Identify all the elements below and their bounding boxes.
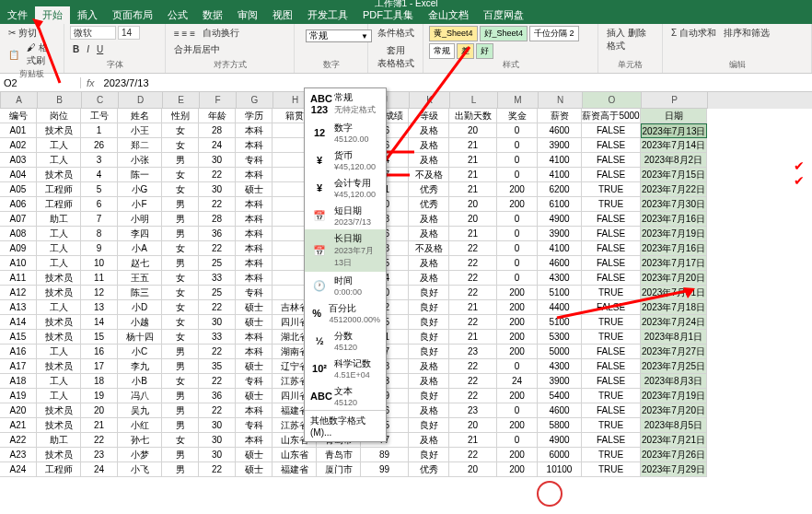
data-cell[interactable]: 李九: [118, 359, 162, 374]
data-cell[interactable]: 及格: [409, 212, 449, 227]
format-option-短日期[interactable]: 📅短日期2023/7/13: [305, 202, 386, 229]
data-cell[interactable]: 陈三: [118, 286, 162, 300]
number-format-dropdown[interactable]: 常规 ▼: [306, 29, 372, 42]
data-cell[interactable]: A15: [0, 330, 37, 345]
data-cell[interactable]: 200: [497, 462, 538, 477]
data-cell[interactable]: 22: [449, 359, 497, 374]
data-cell[interactable]: 4100: [538, 153, 582, 168]
data-cell[interactable]: 21: [449, 330, 497, 345]
data-cell[interactable]: 22: [449, 286, 497, 300]
data-cell[interactable]: 本科: [236, 168, 273, 182]
data-cell[interactable]: 3900: [538, 374, 582, 389]
data-cell[interactable]: 0: [497, 433, 538, 448]
data-cell[interactable]: 男: [162, 389, 199, 403]
data-cell[interactable]: 工人: [37, 389, 81, 403]
data-cell[interactable]: 男: [162, 448, 199, 462]
data-cell[interactable]: 22: [449, 256, 497, 271]
format-option-数字[interactable]: 12数字45120.00: [305, 119, 386, 146]
data-cell[interactable]: A11: [0, 271, 37, 286]
data-cell[interactable]: TRUE: [582, 330, 641, 345]
data-cell[interactable]: 不及格: [409, 241, 449, 256]
data-cell[interactable]: 0: [497, 153, 538, 168]
data-cell[interactable]: 30: [199, 182, 236, 197]
data-cell[interactable]: 专科: [236, 374, 273, 389]
col-header[interactable]: B: [38, 92, 82, 109]
data-cell[interactable]: 10: [81, 256, 118, 271]
data-cell[interactable]: 6000: [538, 448, 582, 462]
format-option-常规[interactable]: ABC 123常规无特定格式: [305, 88, 386, 119]
data-cell[interactable]: 女: [162, 315, 199, 330]
data-cell[interactable]: 0: [497, 359, 538, 374]
data-cell[interactable]: 2023年7月13日: [641, 123, 707, 138]
data-cell[interactable]: 33: [199, 330, 236, 345]
tab-dev[interactable]: 开发工具: [300, 6, 355, 24]
data-cell[interactable]: 工人: [37, 256, 81, 271]
data-cell[interactable]: 0: [497, 227, 538, 241]
data-cell[interactable]: 女: [162, 374, 199, 389]
data-cell[interactable]: 小A: [118, 241, 162, 256]
header-cell[interactable]: 性别: [162, 109, 199, 123]
data-cell[interactable]: 22: [199, 300, 236, 315]
data-cell[interactable]: 0: [497, 241, 538, 256]
data-cell[interactable]: 女: [162, 300, 199, 315]
data-cell[interactable]: 硕士: [236, 300, 273, 315]
col-header[interactable]: E: [163, 92, 200, 109]
autosum-button[interactable]: Σ 自动求和: [668, 26, 719, 41]
data-cell[interactable]: 25: [199, 286, 236, 300]
data-cell[interactable]: 0: [497, 138, 538, 153]
data-cell[interactable]: 22: [199, 345, 236, 359]
tab-data[interactable]: 数据: [195, 6, 230, 24]
data-cell[interactable]: 本科: [236, 330, 273, 345]
data-cell[interactable]: 5800: [538, 418, 582, 433]
data-cell[interactable]: 男: [162, 359, 199, 374]
tab-file[interactable]: 文件: [0, 6, 35, 24]
sort-button[interactable]: 排序和筛选: [721, 26, 772, 41]
data-cell[interactable]: FALSE: [582, 433, 641, 448]
data-cell[interactable]: 小明: [118, 212, 162, 227]
data-cell[interactable]: 技术员: [37, 168, 81, 182]
data-cell[interactable]: 20: [449, 197, 497, 212]
data-cell[interactable]: 男: [162, 212, 199, 227]
data-cell[interactable]: 女: [162, 182, 199, 197]
cond-format-button[interactable]: 条件格式: [374, 26, 417, 41]
data-cell[interactable]: 5400: [538, 389, 582, 403]
data-cell[interactable]: A07: [0, 212, 37, 227]
data-cell[interactable]: 本科: [236, 123, 273, 138]
data-cell[interactable]: 2023年7月21日: [641, 433, 707, 448]
data-cell[interactable]: FALSE: [582, 345, 641, 359]
data-cell[interactable]: 1: [81, 123, 118, 138]
data-cell[interactable]: 15: [81, 330, 118, 345]
data-cell[interactable]: 16: [81, 345, 118, 359]
data-cell[interactable]: 4600: [538, 403, 582, 418]
data-cell[interactable]: 20: [81, 403, 118, 418]
data-cell[interactable]: A14: [0, 315, 37, 330]
col-header[interactable]: C: [82, 92, 119, 109]
data-cell[interactable]: 良好: [409, 418, 449, 433]
data-cell[interactable]: 23: [449, 403, 497, 418]
data-cell[interactable]: 89: [361, 448, 409, 462]
data-cell[interactable]: 厦门市: [317, 462, 361, 477]
data-cell[interactable]: 及格: [409, 433, 449, 448]
data-cell[interactable]: 22: [199, 168, 236, 182]
data-cell[interactable]: 硕士: [236, 315, 273, 330]
data-cell[interactable]: 30: [199, 418, 236, 433]
data-cell[interactable]: FALSE: [582, 241, 641, 256]
data-cell[interactable]: 小D: [118, 300, 162, 315]
data-cell[interactable]: 4300: [538, 271, 582, 286]
tab-review[interactable]: 审阅: [230, 6, 265, 24]
data-cell[interactable]: 24: [497, 374, 538, 389]
data-cell[interactable]: 冯八: [118, 389, 162, 403]
data-cell[interactable]: 35: [199, 359, 236, 374]
data-cell[interactable]: 0: [497, 271, 538, 286]
data-cell[interactable]: 技术员: [37, 418, 81, 433]
data-cell[interactable]: 2023年7月25日: [641, 359, 707, 374]
underline-button[interactable]: U: [94, 43, 106, 55]
data-cell[interactable]: 4900: [538, 212, 582, 227]
format-option-长日期[interactable]: 📅长日期2023年7月13日: [305, 229, 386, 272]
data-cell[interactable]: 2023年8月2日: [641, 153, 707, 168]
data-cell[interactable]: 10100: [538, 462, 582, 477]
data-cell[interactable]: 助工: [37, 433, 81, 448]
data-cell[interactable]: 助工: [37, 212, 81, 227]
data-cell[interactable]: 26: [81, 138, 118, 153]
data-cell[interactable]: 2023年7月20日: [641, 403, 707, 418]
